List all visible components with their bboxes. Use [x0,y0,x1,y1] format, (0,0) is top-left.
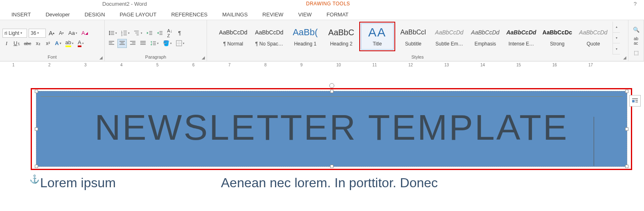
style-strong[interactable]: AaBbCcDcStrong [539,22,575,51]
line-spacing-button[interactable] [149,39,160,48]
styles-scroll-down[interactable]: ▾ [613,33,620,44]
title-text-box[interactable]: NEWSLETTER TEMPLATE [36,91,627,167]
justify-button[interactable] [139,39,147,48]
style-preview: AaBbCcDd [219,26,247,39]
tab-review[interactable]: REVIEW [255,10,290,19]
italic-button[interactable]: I [2,39,11,48]
style-subtle-em[interactable]: AaBbCcDdSubtle Em… [431,22,467,51]
horizontal-ruler[interactable]: 1234567891011121314151617 [0,61,644,70]
svg-rect-13 [135,33,139,34]
text-cursor [594,117,594,166]
group-label-styles: Styles ◢ [209,54,626,60]
increase-indent-button[interactable] [155,29,164,38]
grow-font-button[interactable]: A▴ [47,29,56,38]
style-label: Heading 1 [294,41,317,47]
style-preview: AaBbCcI [400,26,426,39]
borders-button[interactable] [175,39,186,48]
shading-button[interactable]: 🪣 [162,39,173,48]
numbering-button[interactable]: 123 [120,29,131,38]
align-left-button[interactable] [107,39,116,48]
body-paragraph-1[interactable]: Aenean nec lorem. In porttitor. Donec [221,175,438,191]
change-case-button[interactable]: Aa [67,29,79,38]
styles-scroll-up[interactable]: ▴ [613,22,620,33]
underline-button[interactable]: U [12,39,21,48]
svg-rect-12 [134,31,139,32]
help-icon[interactable]: ? [634,1,637,7]
shrink-font-button[interactable]: A▾ [57,29,65,38]
style-normal[interactable]: AaBbCcDd¶ Normal [215,22,251,51]
document-canvas[interactable]: NEWSLETTER TEMPLATE ⚓ Lorem ipsum Aenean… [0,70,644,211]
tab-page-layout[interactable]: PAGE LAYOUT [113,10,164,19]
clear-formatting-button[interactable]: A◢ [80,29,89,38]
tab-format[interactable]: FORMAT [319,10,356,19]
resize-handle-bm[interactable] [330,165,333,168]
borders-icon [176,40,182,46]
sort-button[interactable]: A↓Z [166,29,174,38]
superscript-button[interactable]: x² [44,39,52,48]
style-subtitle[interactable]: AaBbCcISubtitle [395,22,431,51]
body-heading-1[interactable]: Lorem ipsum [40,175,116,191]
tab-developer[interactable]: Developer [38,10,77,19]
tab-insert[interactable]: INSERT [4,10,38,19]
outdent-icon [146,30,153,36]
tab-references[interactable]: REFERENCES [164,10,215,19]
show-marks-button[interactable]: ¶ [176,29,184,38]
select-button[interactable]: ⬚ [632,48,640,57]
sort-icon: A↓Z [167,28,173,38]
layout-options-button[interactable] [629,95,641,107]
group-label-font: Font ◢ [2,54,102,60]
font-size-combo[interactable]: 36▾ [29,29,46,38]
svg-rect-16 [149,33,153,34]
title-text[interactable]: NEWSLETTER TEMPLATE [36,107,627,148]
resize-handle-br[interactable] [625,165,628,168]
strikethrough-button[interactable]: abc [23,39,32,48]
group-label-paragraph: Paragraph ◢ [107,54,204,60]
rotate-handle[interactable] [329,83,334,88]
multilevel-list-button[interactable] [133,29,144,38]
font-dialog-launcher-icon[interactable]: ◢ [99,55,103,60]
style-no-spac[interactable]: AaBbCcDd¶ No Spac… [251,22,287,51]
bullets-button[interactable] [107,29,118,38]
align-right-button[interactable] [128,39,137,48]
font-color-button[interactable]: A [77,39,85,48]
text-effects-button[interactable]: A [54,39,62,48]
resize-handle-tm[interactable] [330,90,333,93]
style-label: ¶ Normal [223,41,243,47]
align-left-icon [108,40,115,46]
font-name-combo[interactable]: ri Light▾ [2,29,27,38]
style-label: Title [373,41,382,47]
tab-design[interactable]: DESIGN [77,10,113,19]
paragraph-dialog-launcher-icon[interactable]: ◢ [202,55,205,60]
highlight-button[interactable]: ab [64,39,75,48]
svg-rect-33 [151,42,152,45]
align-center-button[interactable] [117,39,127,48]
svg-rect-32 [140,44,146,45]
style-intense-e[interactable]: AaBbCcDdIntense E… [503,22,539,51]
tab-mailings[interactable]: MAILINGS [215,10,255,19]
align-center-icon [119,40,125,46]
style-heading-2[interactable]: AaBbCHeading 2 [323,22,359,51]
style-heading-1[interactable]: AaBb(Heading 1 [287,22,323,51]
resize-handle-bl[interactable] [35,165,38,168]
svg-rect-19 [160,33,163,34]
subscript-button[interactable]: x₂ [34,39,42,48]
styles-dialog-launcher-icon[interactable]: ◢ [623,55,626,60]
find-button[interactable]: 🔍 [632,25,641,34]
style-emphasis[interactable]: AaBbCcDdEmphasis [467,22,503,51]
svg-rect-1 [111,31,114,32]
resize-handle-tr[interactable] [625,90,628,93]
ruler-mark: 13 [444,63,449,67]
resize-handle-tl[interactable] [35,90,38,93]
decrease-indent-button[interactable] [145,29,154,38]
style-preview: AA [368,26,386,39]
style-quote[interactable]: AaBbCcDdQuote [575,22,611,51]
tab-view[interactable]: VIEW [291,10,319,19]
ribbon-tabs: INSERT Developer DESIGN PAGE LAYOUT REFE… [0,9,644,20]
style-label: Subtitle [405,41,421,47]
svg-rect-42 [635,100,638,101]
styles-expand[interactable]: ▾ [613,43,620,54]
anchor-icon[interactable]: ⚓ [29,174,40,184]
style-title[interactable]: AATitle [359,22,395,51]
replace-button[interactable]: abac [632,36,640,45]
style-preview: AaBbCcDd [435,26,463,39]
